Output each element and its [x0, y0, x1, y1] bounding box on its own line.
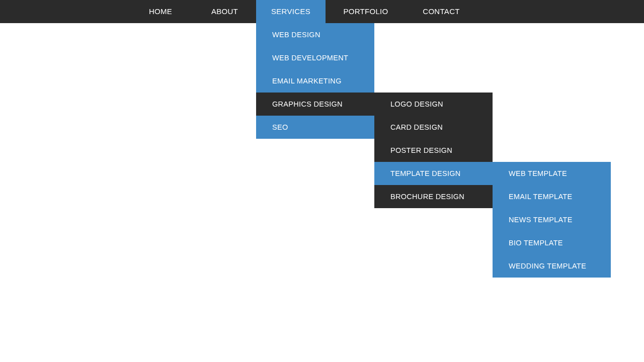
submenu-email-marketing[interactable]: EMAIL MARKETING [256, 69, 374, 93]
submenu-seo[interactable]: SEO [256, 116, 374, 139]
submenu-web-template[interactable]: WEB TEMPLATE [493, 162, 611, 185]
nav-about[interactable]: ABOUT [193, 0, 256, 23]
submenu-poster-design[interactable]: POSTER DESIGN [374, 139, 493, 162]
submenu-card-design[interactable]: CARD DESIGN [374, 116, 493, 139]
submenu-email-template[interactable]: EMAIL TEMPLATE [493, 185, 611, 208]
submenu-news-template[interactable]: NEWS TEMPLATE [493, 208, 611, 231]
submenu-wedding-template[interactable]: WEDDING TEMPLATE [493, 254, 611, 278]
submenu-brochure-design[interactable]: BROCHURE DESIGN [374, 185, 493, 208]
submenu-graphics-design[interactable]: GRAPHICS DESIGN [256, 93, 374, 116]
template-submenu: WEB TEMPLATE EMAIL TEMPLATE NEWS TEMPLAT… [493, 162, 611, 278]
submenu-web-development[interactable]: WEB DEVELOPMENT [256, 46, 374, 69]
submenu-bio-template[interactable]: BIO TEMPLATE [493, 231, 611, 254]
services-submenu: WEB DESIGN WEB DEVELOPMENT EMAIL MARKETI… [256, 23, 374, 139]
nav-services[interactable]: SERVICES [256, 0, 326, 23]
submenu-web-design[interactable]: WEB DESIGN [256, 23, 374, 46]
nav-contact[interactable]: CONTACT [406, 0, 476, 23]
nav-home[interactable]: HOME [128, 0, 193, 23]
submenu-logo-design[interactable]: LOGO DESIGN [374, 93, 493, 116]
graphics-submenu: LOGO DESIGN CARD DESIGN POSTER DESIGN TE… [374, 93, 493, 208]
nav-portfolio[interactable]: PORTFOLIO [326, 0, 406, 23]
submenu-template-design[interactable]: TEMPLATE DESIGN [374, 162, 493, 185]
navbar: HOME ABOUT SERVICES PORTFOLIO CONTACT [0, 0, 644, 23]
